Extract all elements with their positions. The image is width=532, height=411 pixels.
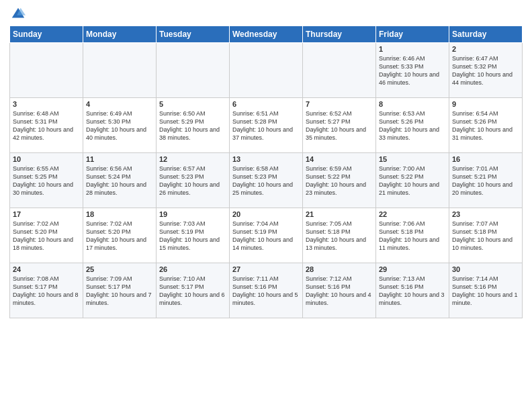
day-info-21: Sunrise: 7:05 AM Sunset: 5:18 PM Dayligh… — [306, 220, 373, 253]
day-cell-1: 1Sunrise: 6:46 AM Sunset: 5:33 PM Daylig… — [376, 43, 449, 98]
day-cell-10: 10Sunrise: 6:55 AM Sunset: 5:25 PM Dayli… — [10, 153, 83, 208]
day-info-25: Sunrise: 7:09 AM Sunset: 5:17 PM Dayligh… — [86, 275, 153, 308]
day-number-12: 12 — [159, 155, 226, 163]
day-cell-5: 5Sunrise: 6:50 AM Sunset: 5:29 PM Daylig… — [157, 98, 230, 153]
day-info-29: Sunrise: 7:13 AM Sunset: 5:16 PM Dayligh… — [379, 275, 446, 308]
day-cell-8: 8Sunrise: 6:53 AM Sunset: 5:26 PM Daylig… — [376, 98, 449, 153]
weekday-friday: Friday — [376, 26, 449, 43]
day-cell-24: 24Sunrise: 7:08 AM Sunset: 5:17 PM Dayli… — [10, 263, 83, 318]
day-info-27: Sunrise: 7:11 AM Sunset: 5:16 PM Dayligh… — [232, 275, 300, 308]
logo — [9, 7, 26, 20]
day-cell-14: 14Sunrise: 6:59 AM Sunset: 5:22 PM Dayli… — [303, 153, 376, 208]
day-info-6: Sunrise: 6:51 AM Sunset: 5:28 PM Dayligh… — [232, 109, 300, 142]
day-info-13: Sunrise: 6:58 AM Sunset: 5:23 PM Dayligh… — [232, 165, 300, 197]
day-info-18: Sunrise: 7:02 AM Sunset: 5:20 PM Dayligh… — [86, 220, 153, 253]
day-number-30: 30 — [452, 265, 519, 273]
day-cell-16: 16Sunrise: 7:01 AM Sunset: 5:21 PM Dayli… — [449, 153, 523, 208]
week-row-5: 24Sunrise: 7:08 AM Sunset: 5:17 PM Dayli… — [10, 263, 523, 318]
day-number-14: 14 — [306, 155, 373, 163]
day-number-20: 20 — [232, 210, 300, 218]
day-info-4: Sunrise: 6:49 AM Sunset: 5:30 PM Dayligh… — [86, 109, 153, 142]
day-number-17: 17 — [13, 210, 80, 218]
day-cell-30: 30Sunrise: 7:14 AM Sunset: 5:16 PM Dayli… — [449, 263, 523, 318]
day-info-15: Sunrise: 7:00 AM Sunset: 5:22 PM Dayligh… — [379, 165, 446, 197]
day-number-10: 10 — [13, 155, 80, 163]
day-info-8: Sunrise: 6:53 AM Sunset: 5:26 PM Dayligh… — [379, 109, 446, 142]
day-info-28: Sunrise: 7:12 AM Sunset: 5:16 PM Dayligh… — [306, 275, 373, 308]
day-number-7: 7 — [306, 100, 373, 108]
day-number-1: 1 — [379, 45, 446, 53]
day-number-11: 11 — [86, 155, 153, 163]
day-info-19: Sunrise: 7:03 AM Sunset: 5:19 PM Dayligh… — [159, 220, 226, 253]
page: SundayMondayTuesdayWednesdayThursdayFrid… — [0, 0, 532, 324]
day-info-17: Sunrise: 7:02 AM Sunset: 5:20 PM Dayligh… — [13, 220, 80, 253]
logo-icon — [11, 7, 26, 21]
day-cell-13: 13Sunrise: 6:58 AM Sunset: 5:23 PM Dayli… — [230, 153, 303, 208]
day-cell-18: 18Sunrise: 7:02 AM Sunset: 5:20 PM Dayli… — [83, 208, 157, 263]
day-info-26: Sunrise: 7:10 AM Sunset: 5:17 PM Dayligh… — [159, 275, 226, 308]
day-number-5: 5 — [159, 100, 226, 108]
week-row-3: 10Sunrise: 6:55 AM Sunset: 5:25 PM Dayli… — [10, 153, 523, 208]
day-number-28: 28 — [306, 265, 373, 273]
calendar-table: SundayMondayTuesdayWednesdayThursdayFrid… — [9, 26, 523, 318]
day-info-22: Sunrise: 7:06 AM Sunset: 5:18 PM Dayligh… — [379, 220, 446, 253]
day-number-23: 23 — [452, 210, 519, 218]
day-cell-6: 6Sunrise: 6:51 AM Sunset: 5:28 PM Daylig… — [230, 98, 303, 153]
day-cell-25: 25Sunrise: 7:09 AM Sunset: 5:17 PM Dayli… — [83, 263, 157, 318]
day-info-1: Sunrise: 6:46 AM Sunset: 5:33 PM Dayligh… — [379, 54, 446, 87]
empty-cell — [83, 43, 157, 98]
header — [9, 7, 523, 20]
day-info-24: Sunrise: 7:08 AM Sunset: 5:17 PM Dayligh… — [13, 275, 80, 308]
day-number-8: 8 — [379, 100, 446, 108]
day-info-9: Sunrise: 6:54 AM Sunset: 5:26 PM Dayligh… — [452, 109, 519, 142]
empty-cell — [10, 43, 83, 98]
day-cell-9: 9Sunrise: 6:54 AM Sunset: 5:26 PM Daylig… — [449, 98, 523, 153]
empty-cell — [230, 43, 303, 98]
day-info-20: Sunrise: 7:04 AM Sunset: 5:19 PM Dayligh… — [232, 220, 300, 253]
weekday-monday: Monday — [83, 26, 157, 43]
day-cell-3: 3Sunrise: 6:48 AM Sunset: 5:31 PM Daylig… — [10, 98, 83, 153]
day-number-27: 27 — [232, 265, 300, 273]
week-row-4: 17Sunrise: 7:02 AM Sunset: 5:20 PM Dayli… — [10, 208, 523, 263]
empty-cell — [303, 43, 376, 98]
day-info-7: Sunrise: 6:52 AM Sunset: 5:27 PM Dayligh… — [306, 109, 373, 142]
day-number-29: 29 — [379, 265, 446, 273]
day-number-2: 2 — [452, 45, 519, 53]
day-info-14: Sunrise: 6:59 AM Sunset: 5:22 PM Dayligh… — [306, 165, 373, 197]
day-cell-7: 7Sunrise: 6:52 AM Sunset: 5:27 PM Daylig… — [303, 98, 376, 153]
day-number-22: 22 — [379, 210, 446, 218]
day-info-10: Sunrise: 6:55 AM Sunset: 5:25 PM Dayligh… — [13, 165, 80, 197]
day-cell-2: 2Sunrise: 6:47 AM Sunset: 5:32 PM Daylig… — [449, 43, 523, 98]
day-cell-19: 19Sunrise: 7:03 AM Sunset: 5:19 PM Dayli… — [157, 208, 230, 263]
weekday-tuesday: Tuesday — [157, 26, 230, 43]
day-number-24: 24 — [13, 265, 80, 273]
day-cell-4: 4Sunrise: 6:49 AM Sunset: 5:30 PM Daylig… — [83, 98, 157, 153]
day-cell-12: 12Sunrise: 6:57 AM Sunset: 5:23 PM Dayli… — [157, 153, 230, 208]
day-info-23: Sunrise: 7:07 AM Sunset: 5:18 PM Dayligh… — [452, 220, 519, 253]
day-cell-23: 23Sunrise: 7:07 AM Sunset: 5:18 PM Dayli… — [449, 208, 523, 263]
day-info-30: Sunrise: 7:14 AM Sunset: 5:16 PM Dayligh… — [452, 275, 519, 308]
day-number-16: 16 — [452, 155, 519, 163]
day-cell-21: 21Sunrise: 7:05 AM Sunset: 5:18 PM Dayli… — [303, 208, 376, 263]
day-number-15: 15 — [379, 155, 446, 163]
day-number-19: 19 — [159, 210, 226, 218]
day-cell-17: 17Sunrise: 7:02 AM Sunset: 5:20 PM Dayli… — [10, 208, 83, 263]
day-cell-27: 27Sunrise: 7:11 AM Sunset: 5:16 PM Dayli… — [230, 263, 303, 318]
weekday-thursday: Thursday — [303, 26, 376, 43]
day-number-26: 26 — [159, 265, 226, 273]
day-number-6: 6 — [232, 100, 300, 108]
day-number-21: 21 — [306, 210, 373, 218]
day-info-11: Sunrise: 6:56 AM Sunset: 5:24 PM Dayligh… — [86, 165, 153, 197]
day-info-16: Sunrise: 7:01 AM Sunset: 5:21 PM Dayligh… — [452, 165, 519, 197]
day-info-12: Sunrise: 6:57 AM Sunset: 5:23 PM Dayligh… — [159, 165, 226, 197]
weekday-saturday: Saturday — [449, 26, 523, 43]
weekday-wednesday: Wednesday — [230, 26, 303, 43]
day-cell-22: 22Sunrise: 7:06 AM Sunset: 5:18 PM Dayli… — [376, 208, 449, 263]
day-cell-28: 28Sunrise: 7:12 AM Sunset: 5:16 PM Dayli… — [303, 263, 376, 318]
day-cell-29: 29Sunrise: 7:13 AM Sunset: 5:16 PM Dayli… — [376, 263, 449, 318]
empty-cell — [157, 43, 230, 98]
day-cell-15: 15Sunrise: 7:00 AM Sunset: 5:22 PM Dayli… — [376, 153, 449, 208]
day-number-25: 25 — [86, 265, 153, 273]
day-number-3: 3 — [13, 100, 80, 108]
weekday-header-row: SundayMondayTuesdayWednesdayThursdayFrid… — [10, 26, 523, 43]
